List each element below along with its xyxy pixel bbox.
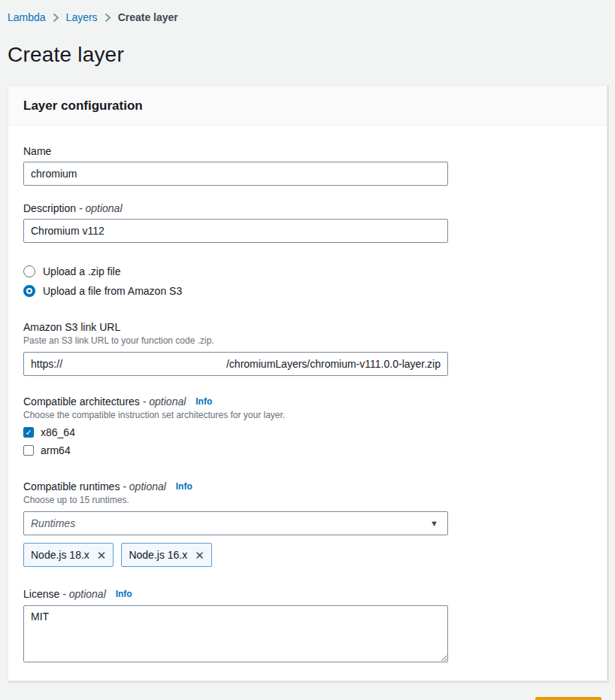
name-field-group: Name bbox=[23, 145, 448, 186]
name-label: Name bbox=[23, 145, 448, 157]
radio-upload-s3-label: Upload a file from Amazon S3 bbox=[43, 285, 182, 297]
token-nodejs-16-label: Node.js 16.x bbox=[129, 549, 187, 561]
checkbox-arm64[interactable]: ✓ arm64 bbox=[23, 444, 448, 456]
s3-url-hint: Paste an S3 link URL to your function co… bbox=[23, 335, 448, 346]
radio-icon bbox=[23, 285, 35, 297]
panel-body: Name Description - optional Upload a .zi… bbox=[8, 126, 607, 680]
checkbox-arm64-label: arm64 bbox=[41, 444, 71, 456]
create-button[interactable]: Create bbox=[535, 697, 601, 700]
description-optional-text: - optional bbox=[79, 202, 123, 214]
runtimes-select[interactable]: Runtimes ▼ bbox=[23, 511, 448, 535]
close-icon[interactable]: ✕ bbox=[97, 550, 107, 561]
s3-url-prefix: https:// bbox=[31, 358, 62, 370]
checkbox-icon: ✓ bbox=[23, 427, 34, 438]
breadcrumb-current: Create layer bbox=[118, 11, 178, 23]
architectures-label: Compatible architectures - optional Info bbox=[23, 395, 448, 408]
runtimes-hint: Choose up to 15 runtimes. bbox=[23, 495, 448, 505]
token-nodejs-18: Node.js 18.x ✕ bbox=[23, 543, 114, 567]
runtimes-optional-text: - optional bbox=[123, 480, 166, 492]
layer-configuration-panel: Layer configuration Name Description - o… bbox=[8, 85, 607, 681]
radio-upload-s3[interactable]: Upload a file from Amazon S3 bbox=[23, 285, 592, 297]
checkbox-x86-64-label: x86_64 bbox=[41, 426, 75, 438]
checkbox-x86-64[interactable]: ✓ x86_64 bbox=[23, 426, 448, 438]
breadcrumb: Lambda Layers Create layer bbox=[8, 0, 607, 23]
description-input[interactable] bbox=[23, 219, 448, 243]
breadcrumb-link-layers[interactable]: Layers bbox=[66, 11, 98, 23]
close-icon[interactable]: ✕ bbox=[195, 550, 204, 561]
s3-url-suffix: /chromiumLayers/chromium-v111.0.0-layer.… bbox=[226, 358, 441, 370]
s3-url-input[interactable]: https:// /chromiumLayers/chromium-v111.0… bbox=[23, 352, 448, 376]
runtimes-label-text: Compatible runtimes bbox=[23, 480, 120, 492]
breadcrumb-separator-icon bbox=[53, 13, 59, 23]
license-field-group: License - optional Info MIT bbox=[23, 588, 448, 662]
license-label: License - optional Info bbox=[23, 588, 448, 600]
token-nodejs-18-label: Node.js 18.x bbox=[31, 549, 89, 561]
radio-icon bbox=[23, 265, 35, 277]
form-actions: Cancel Create bbox=[8, 681, 607, 700]
description-label-text: Description bbox=[23, 202, 76, 214]
page-title: Create layer bbox=[8, 43, 607, 67]
description-label: Description - optional bbox=[23, 202, 448, 214]
runtimes-info-link[interactable]: Info bbox=[176, 481, 192, 492]
checkbox-icon: ✓ bbox=[23, 445, 34, 456]
radio-upload-zip[interactable]: Upload a .zip file bbox=[23, 265, 592, 277]
upload-source-radio-group: Upload a .zip file Upload a file from Am… bbox=[23, 265, 592, 297]
s3-url-field-group: Amazon S3 link URL Paste an S3 link URL … bbox=[23, 321, 448, 376]
license-info-link[interactable]: Info bbox=[116, 589, 132, 599]
breadcrumb-separator-icon bbox=[105, 13, 111, 23]
license-textarea[interactable]: MIT bbox=[23, 605, 448, 662]
panel-header: Layer configuration bbox=[8, 86, 607, 126]
radio-upload-zip-label: Upload a .zip file bbox=[43, 265, 121, 277]
architectures-info-link[interactable]: Info bbox=[195, 396, 212, 407]
s3-url-label: Amazon S3 link URL bbox=[23, 321, 448, 333]
runtimes-field-group: Compatible runtimes - optional Info Choo… bbox=[23, 480, 448, 567]
architectures-label-text: Compatible architectures bbox=[23, 395, 140, 408]
chevron-down-icon: ▼ bbox=[430, 519, 438, 528]
architectures-optional-text: - optional bbox=[143, 395, 186, 408]
token-nodejs-16: Node.js 16.x ✕ bbox=[121, 543, 211, 567]
description-field-group: Description - optional bbox=[23, 202, 448, 243]
runtimes-label: Compatible runtimes - optional Info bbox=[23, 480, 448, 492]
runtimes-select-placeholder: Runtimes bbox=[31, 517, 75, 529]
license-label-text: License bbox=[23, 588, 59, 600]
name-input[interactable] bbox=[23, 162, 448, 186]
panel-title: Layer configuration bbox=[23, 98, 592, 114]
architectures-hint: Choose the compatible instruction set ar… bbox=[23, 410, 448, 420]
license-optional-text: - optional bbox=[62, 588, 106, 600]
create-layer-page: Lambda Layers Create layer Create layer … bbox=[0, 0, 615, 700]
architectures-field-group: Compatible architectures - optional Info… bbox=[23, 395, 448, 456]
breadcrumb-link-lambda[interactable]: Lambda bbox=[8, 11, 46, 23]
runtimes-token-row: Node.js 18.x ✕ Node.js 16.x ✕ bbox=[23, 543, 448, 567]
